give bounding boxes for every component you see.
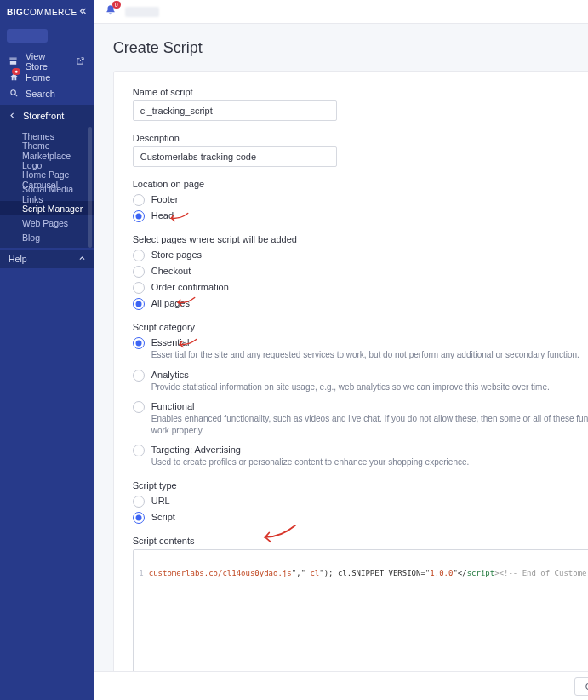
subnav-blog[interactable]: Blog: [0, 230, 94, 244]
name-input[interactable]: [133, 100, 337, 121]
radio-icon: [133, 194, 145, 206]
radio-url[interactable]: URL: [133, 496, 588, 508]
radio-desc: Essential for the site and any requested…: [151, 349, 579, 361]
field-name: Name of script Required*: [133, 87, 588, 121]
pages-label: Select pages where script will be added: [133, 234, 588, 244]
radio-icon: [133, 337, 145, 349]
chevron-left-icon: [9, 111, 16, 121]
radio-functional[interactable]: Functional Enables enhanced functionalit…: [133, 401, 588, 436]
radio-label: All pages: [151, 298, 190, 308]
topbar: 0: [94, 0, 588, 24]
contents-label: Script contents: [133, 536, 195, 546]
radio-targeting[interactable]: Targeting; Advertising Used to create pr…: [133, 445, 588, 468]
nav-search[interactable]: Search: [0, 85, 94, 101]
section-label: Storefront: [23, 111, 64, 121]
description-label: Description: [133, 133, 180, 143]
radio-icon: [133, 401, 145, 413]
radio-icon: [133, 496, 145, 508]
search-icon: [9, 89, 19, 98]
location-label: Location on page: [133, 179, 588, 189]
nav-home[interactable]: ● Home: [0, 69, 94, 85]
home-badge: ●: [12, 68, 20, 75]
cancel-button[interactable]: Cancel: [574, 677, 588, 696]
radio-icon: [133, 512, 145, 524]
brand-prefix: BIG: [7, 8, 23, 17]
script-type-label: Script type: [133, 480, 588, 491]
nav-label: View Store: [26, 51, 69, 72]
radio-script[interactable]: Script: [133, 512, 588, 524]
radio-label: URL: [151, 496, 170, 506]
subnav-storefront: Themes Theme Marketplace Logo Home Page …: [0, 127, 94, 248]
field-script-type: Script type URL Script: [133, 480, 588, 524]
notifications-bell[interactable]: 0: [105, 4, 117, 19]
external-link-icon: [76, 56, 86, 66]
chevron-up-icon: [78, 254, 86, 264]
subnav-web-pages[interactable]: Web Pages: [0, 215, 94, 230]
subnav-label: Social Media Links: [22, 184, 86, 204]
svg-point-0: [10, 90, 15, 95]
radio-head[interactable]: Head: [133, 210, 588, 222]
radio-icon: [133, 370, 145, 382]
radio-all-pages[interactable]: All pages: [133, 298, 588, 310]
page-title: Create Script: [113, 39, 588, 57]
radio-label: Analytics: [151, 370, 550, 380]
subnav-label: Theme Marketplace: [22, 141, 86, 161]
store-icon: [9, 56, 19, 66]
radio-label: Functional: [151, 401, 588, 411]
content-scroll[interactable]: Create Script Name of script Required* D…: [94, 24, 588, 671]
subnav-script-manager[interactable]: Script Manager: [0, 201, 94, 215]
field-category: Script category Essential Essential for …: [133, 322, 588, 468]
radio-analytics[interactable]: Analytics Provide statistical informatio…: [133, 370, 588, 393]
radio-icon: [133, 210, 145, 222]
line-number: 1: [134, 569, 149, 577]
radio-label: Checkout: [151, 266, 191, 276]
subnav-theme-marketplace[interactable]: Theme Marketplace: [0, 143, 94, 158]
section-storefront-header[interactable]: Storefront: [0, 105, 94, 127]
radio-order-confirmation[interactable]: Order confirmation: [133, 282, 588, 294]
sidebar-header: BIGCOMMERCE: [0, 0, 94, 24]
subnav-label: Web Pages: [22, 218, 68, 228]
nav-view-store[interactable]: View Store: [0, 53, 94, 69]
nav-label: Search: [26, 89, 55, 99]
footer-actions: Cancel Save: [94, 671, 588, 700]
nav-label: Home: [26, 72, 50, 83]
nav-primary: View Store ● Home Search: [0, 49, 94, 105]
description-input[interactable]: [133, 146, 337, 167]
bell-badge: 0: [112, 1, 121, 9]
radio-label: Essential: [151, 337, 579, 347]
code-editor[interactable]: 1 customerlabs.co/cl14ous0ydao.js","_cl"…: [133, 549, 588, 672]
radio-label: Script: [151, 512, 175, 522]
nav-help[interactable]: Help: [0, 250, 94, 268]
radio-label: Store pages: [151, 250, 202, 260]
radio-icon: [133, 250, 145, 261]
radio-desc: Used to create profiles or personalize c…: [151, 456, 470, 468]
radio-label: Footer: [151, 194, 179, 204]
field-description: Description: [133, 133, 588, 167]
subnav-label: Script Manager: [22, 204, 83, 214]
radio-essential[interactable]: Essential Essential for the site and any…: [133, 337, 588, 361]
app-root: BIGCOMMERCE View Store ●: [0, 0, 588, 700]
radio-checkout[interactable]: Checkout: [133, 266, 588, 278]
radio-icon: [133, 282, 145, 294]
radio-label: Order confirmation: [151, 282, 229, 292]
category-label: Script category: [133, 322, 588, 332]
radio-label: Head: [151, 210, 174, 221]
radio-icon: [133, 445, 145, 456]
store-selector[interactable]: [7, 29, 48, 43]
collapse-sidebar-icon[interactable]: [77, 6, 88, 18]
radio-footer[interactable]: Footer: [133, 194, 588, 206]
top-placeholder-left: [125, 7, 159, 17]
radio-icon: [133, 298, 145, 310]
form-card: Name of script Required* Description Loc…: [113, 71, 588, 671]
radio-store-pages[interactable]: Store pages: [133, 250, 588, 261]
code-line: customerlabs.co/cl14ous0ydao.js","_cl");…: [149, 569, 588, 577]
brand-suffix: COMMERCE: [23, 8, 77, 17]
radio-desc: Enables enhanced functionality, such as …: [151, 413, 588, 436]
sidebar: BIGCOMMERCE View Store ●: [0, 0, 94, 700]
field-pages: Select pages where script will be added …: [133, 234, 588, 310]
nav-label: Help: [9, 254, 27, 264]
radio-icon: [133, 266, 145, 278]
subnav-social-links[interactable]: Social Media Links: [0, 186, 94, 201]
field-script-contents: Script contents Required* 1 customerlabs…: [133, 536, 588, 672]
field-location: Location on page Footer Head: [133, 179, 588, 222]
